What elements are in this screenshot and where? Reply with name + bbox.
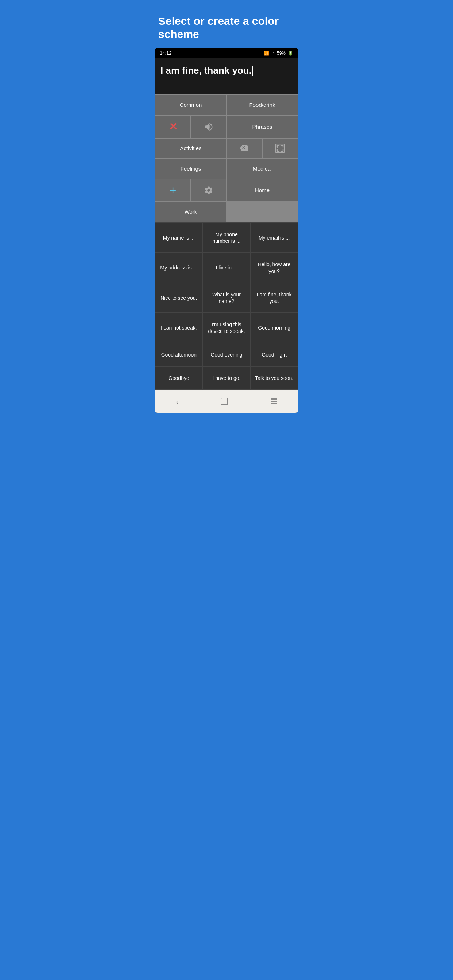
- phrase-my-address[interactable]: My address is ...: [155, 253, 203, 282]
- home-icon: [221, 398, 228, 405]
- phrase-i-live-in[interactable]: I live in ...: [203, 253, 250, 282]
- phrase-my-name[interactable]: My name is ...: [155, 223, 203, 252]
- wifi-icon: 📶: [264, 51, 269, 56]
- category-grid: Common Food/drink ✕ Phrases Activities: [155, 94, 298, 223]
- phrase-talk-to-you-soon[interactable]: Talk to you soon.: [250, 367, 298, 390]
- category-common[interactable]: Common: [155, 95, 226, 115]
- text-display: I am fine, thank you.: [155, 58, 298, 94]
- category-home[interactable]: Home: [227, 180, 298, 201]
- clear-icon: ✕: [169, 121, 177, 133]
- nav-bar: ‹: [155, 390, 298, 413]
- category-phrases[interactable]: Phrases: [227, 116, 298, 138]
- phrase-im-using-device[interactable]: I'm using this device to speak.: [203, 313, 250, 342]
- phrase-my-email[interactable]: My email is ...: [250, 223, 298, 252]
- phrase-hello-how[interactable]: Hello, how are you?: [250, 253, 298, 282]
- battery-icon: 🔋: [288, 51, 293, 56]
- phrase-nice-to-see[interactable]: Nice to see you.: [155, 283, 203, 312]
- clear-button[interactable]: ✕: [155, 116, 190, 138]
- phrase-what-is-your-name[interactable]: What is your name?: [203, 283, 250, 312]
- category-work[interactable]: Work: [155, 202, 226, 222]
- nav-home-button[interactable]: [214, 396, 235, 407]
- category-food-drink[interactable]: Food/drink: [227, 95, 298, 115]
- phrase-goodbye[interactable]: Goodbye: [155, 367, 203, 390]
- phrase-good-night[interactable]: Good night: [250, 344, 298, 366]
- add-button[interactable]: +: [155, 180, 190, 201]
- plus-icon: +: [170, 185, 177, 196]
- status-right: 📶 ⡐ 59% 🔋: [264, 51, 293, 56]
- display-text: I am fine, thank you.: [161, 65, 292, 77]
- app-container: Select or create a color scheme 14:12 📶 …: [151, 0, 302, 416]
- page-header: Select or create a color scheme: [151, 0, 302, 48]
- battery-label: 59%: [277, 51, 286, 56]
- phrase-i-can-not-speak[interactable]: I can not speak.: [155, 313, 203, 342]
- backspace-icon: [239, 144, 249, 153]
- page-title: Select or create a color scheme: [158, 14, 295, 41]
- phrase-grid: My name is ... My phone number is ... My…: [155, 223, 298, 390]
- phrase-i-am-fine[interactable]: I am fine, thank you.: [250, 283, 298, 312]
- text-cursor: [252, 66, 253, 76]
- signal-icon: ⡐: [271, 51, 274, 56]
- speak-button[interactable]: [191, 116, 226, 138]
- phone-frame: 14:12 📶 ⡐ 59% 🔋 I am fine, thank you. Co…: [155, 48, 298, 413]
- display-text-content: I am fine, thank you.: [161, 65, 252, 76]
- settings-button[interactable]: [191, 180, 226, 201]
- settings-icon: [204, 186, 214, 195]
- fullscreen-icon: [275, 144, 285, 153]
- nav-recents-button[interactable]: [263, 397, 284, 406]
- recents-icon: [271, 398, 277, 404]
- nav-back-button[interactable]: ‹: [169, 395, 186, 407]
- speaker-icon: [204, 122, 214, 132]
- status-time: 14:12: [160, 50, 172, 56]
- phrase-good-morning[interactable]: Good morning: [250, 313, 298, 342]
- phrase-good-evening[interactable]: Good evening: [203, 344, 250, 366]
- category-medical[interactable]: Medical: [227, 159, 298, 179]
- status-bar: 14:12 📶 ⡐ 59% 🔋: [155, 48, 298, 58]
- phrase-i-have-to-go[interactable]: I have to go.: [203, 367, 250, 390]
- category-feelings[interactable]: Feelings: [155, 159, 226, 179]
- delete-button[interactable]: [227, 138, 262, 158]
- back-icon: ‹: [176, 398, 179, 406]
- phrase-my-phone[interactable]: My phone number is ...: [203, 223, 250, 252]
- phrase-good-afternoon[interactable]: Good afternoon: [155, 344, 203, 366]
- fullscreen-button[interactable]: [263, 138, 298, 158]
- category-activities[interactable]: Activities: [155, 138, 226, 158]
